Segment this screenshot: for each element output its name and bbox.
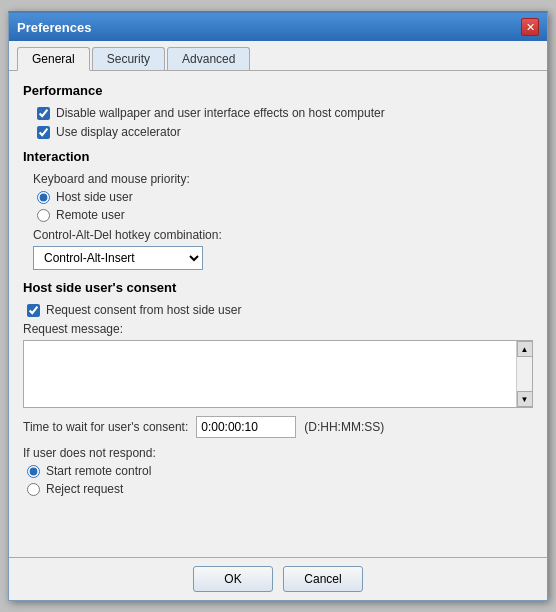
start-remote-label: Start remote control — [46, 464, 151, 478]
bottom-bar: OK Cancel — [9, 557, 547, 600]
priority-radio-group: Host side user Remote user — [33, 190, 533, 222]
remote-user-label: Remote user — [56, 208, 125, 222]
textarea-scrollbar: ▲ ▼ — [516, 341, 532, 407]
tab-security[interactable]: Security — [92, 47, 165, 70]
time-input[interactable] — [196, 416, 296, 438]
content-area: Performance Disable wallpaper and user i… — [9, 71, 547, 557]
interaction-header: Interaction — [23, 149, 533, 164]
tabs-bar: General Security Advanced — [9, 41, 547, 71]
host-side-row: Host side user — [33, 190, 533, 204]
time-label: Time to wait for user's consent: — [23, 420, 188, 434]
close-button[interactable]: ✕ — [521, 18, 539, 36]
request-message-wrapper: ▲ ▼ — [23, 340, 533, 408]
consent-section: Request consent from host side user Requ… — [23, 303, 533, 496]
remote-user-radio[interactable] — [37, 209, 50, 222]
disable-wallpaper-row: Disable wallpaper and user interface eff… — [33, 106, 533, 120]
textarea-scroll-down[interactable]: ▼ — [517, 391, 533, 407]
textarea-scroll-up[interactable]: ▲ — [517, 341, 533, 357]
interaction-section: Keyboard and mouse priority: Host side u… — [23, 172, 533, 270]
request-consent-checkbox[interactable] — [27, 304, 40, 317]
hotkey-dropdown[interactable]: Control-Alt-Insert Control-Alt-Delete Co… — [33, 246, 203, 270]
scroll-content: Performance Disable wallpaper and user i… — [9, 71, 547, 557]
performance-header: Performance — [23, 83, 533, 98]
disable-wallpaper-label: Disable wallpaper and user interface eff… — [56, 106, 385, 120]
request-message-textarea[interactable] — [24, 341, 516, 407]
time-format-label: (D:HH:MM:SS) — [304, 420, 384, 434]
consent-header: Host side user's consent — [23, 280, 533, 295]
request-consent-row: Request consent from host side user — [23, 303, 533, 317]
start-remote-radio[interactable] — [27, 465, 40, 478]
hotkey-label: Control-Alt-Del hotkey combination: — [33, 228, 533, 242]
preferences-dialog: Preferences ✕ General Security Advanced … — [8, 11, 548, 601]
ok-button[interactable]: OK — [193, 566, 273, 592]
request-message-label: Request message: — [23, 322, 533, 336]
start-remote-row: Start remote control — [23, 464, 533, 478]
title-bar: Preferences ✕ — [9, 13, 547, 41]
tab-advanced[interactable]: Advanced — [167, 47, 250, 70]
display-accelerator-checkbox[interactable] — [37, 126, 50, 139]
remote-user-row: Remote user — [33, 208, 533, 222]
display-accelerator-label: Use display accelerator — [56, 125, 181, 139]
respond-section: If user does not respond: Start remote c… — [23, 446, 533, 496]
reject-request-radio[interactable] — [27, 483, 40, 496]
reject-request-row: Reject request — [23, 482, 533, 496]
disable-wallpaper-checkbox[interactable] — [37, 107, 50, 120]
request-consent-label: Request consent from host side user — [46, 303, 241, 317]
dialog-title: Preferences — [17, 20, 91, 35]
time-row: Time to wait for user's consent: (D:HH:M… — [23, 416, 533, 438]
display-accelerator-row: Use display accelerator — [33, 125, 533, 139]
host-side-radio[interactable] — [37, 191, 50, 204]
priority-label: Keyboard and mouse priority: — [33, 172, 533, 186]
hotkey-dropdown-wrapper: Control-Alt-Insert Control-Alt-Delete Co… — [33, 246, 533, 270]
reject-request-label: Reject request — [46, 482, 123, 496]
tab-general[interactable]: General — [17, 47, 90, 71]
host-side-label: Host side user — [56, 190, 133, 204]
respond-label: If user does not respond: — [23, 446, 533, 460]
cancel-button[interactable]: Cancel — [283, 566, 363, 592]
performance-section: Disable wallpaper and user interface eff… — [23, 106, 533, 139]
